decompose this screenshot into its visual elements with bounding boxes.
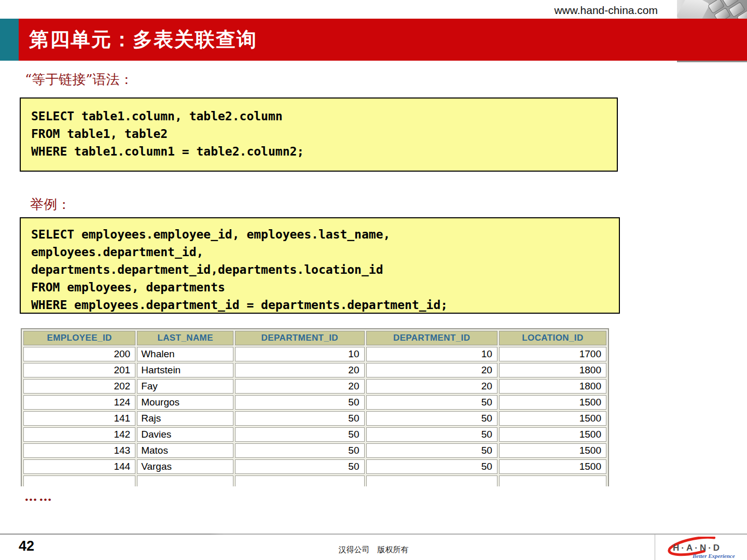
table-cell: Fay: [137, 379, 233, 394]
table-row-clipped: [23, 475, 606, 486]
table-cell: Rajs: [137, 411, 233, 426]
table-row: 144Vargas50501500: [23, 459, 606, 474]
table-cell: [137, 475, 233, 486]
table-cell: 142: [23, 427, 135, 442]
table-cell: 202: [23, 379, 135, 394]
table-cell: 1800: [499, 379, 606, 394]
table-cell: 50: [235, 395, 364, 410]
footer-divider: [0, 534, 747, 535]
table-cell: 10: [366, 347, 497, 361]
table-cell: Hartstein: [137, 363, 233, 377]
table-cell: Vargas: [137, 459, 233, 474]
query-result-table: EMPLOYEE_IDLAST_NAMEDEPARTMENT_IDDEPARTM…: [21, 328, 609, 486]
syntax-label: “等于链接”语法：: [25, 71, 133, 89]
table-cell: 10: [235, 347, 364, 361]
table-cell: 50: [235, 443, 364, 458]
result-table-body: 200Whalen10101700201Hartstein20201800202…: [23, 347, 606, 486]
photo-highlight: [677, 0, 710, 19]
table-cell: 50: [366, 459, 497, 474]
table-row: 143Matos50501500: [23, 443, 606, 458]
table-cell: 1700: [499, 347, 606, 361]
table-cell: 50: [235, 427, 364, 442]
table-cell: 50: [366, 395, 497, 410]
logo-word: H·A·N·D: [673, 543, 722, 553]
table-cell: 201: [23, 363, 135, 377]
company-url: www.hand-china.com: [554, 4, 658, 17]
table-row: 202Fay20201800: [23, 379, 606, 394]
table-cell: 50: [235, 411, 364, 426]
table-cell: [499, 475, 606, 486]
photo-shadow-strip: [677, 61, 747, 62]
table-cell: 1500: [499, 395, 606, 410]
table-cell: 50: [366, 427, 497, 442]
table-cell: 144: [23, 459, 135, 474]
table-cell: Davies: [137, 427, 233, 442]
table-row: 201Hartstein20201800: [23, 363, 606, 377]
table-cell: [235, 475, 364, 486]
table-cell: 20: [366, 379, 497, 394]
table-cell: [366, 475, 497, 486]
table-cell: 200: [23, 347, 135, 361]
result-column-header: DEPARTMENT_ID: [235, 331, 364, 345]
table-cell: Matos: [137, 443, 233, 458]
table-row: 141Rajs50501500: [23, 411, 606, 426]
table-cell: 1500: [499, 443, 606, 458]
example-code-box: SELECT employees.employee_id, employees.…: [20, 217, 620, 314]
table-cell: 124: [23, 395, 135, 410]
table-cell: 1500: [499, 459, 606, 474]
table-cell: [23, 475, 135, 486]
result-column-header: LOCATION_ID: [499, 331, 606, 345]
result-column-header: EMPLOYEE_ID: [23, 331, 135, 345]
table-row: 142Davies50501500: [23, 427, 606, 442]
result-header-row: EMPLOYEE_IDLAST_NAMEDEPARTMENT_IDDEPARTM…: [23, 331, 606, 345]
table-cell: 20: [235, 379, 364, 394]
example-label: 举例：: [30, 195, 71, 214]
logo-tagline: Better Experience: [693, 553, 735, 559]
hand-logo: H·A·N·D Better Experience: [666, 537, 743, 559]
table-cell: 50: [366, 443, 497, 458]
table-cell: Mourgos: [137, 395, 233, 410]
table-cell: 50: [366, 411, 497, 426]
example-code: SELECT employees.employee_id, employees.…: [21, 218, 619, 314]
table-cell: 1500: [499, 411, 606, 426]
table-cell: Whalen: [137, 347, 233, 361]
table-row: 124Mourgos50501500: [23, 395, 606, 410]
title-banner: 第四单元：多表关联查询: [19, 19, 747, 61]
teal-accent-block: [0, 19, 19, 61]
table-cell: 1800: [499, 363, 606, 377]
footer-separator-line: [655, 535, 655, 560]
more-rows-indicator: ……: [24, 489, 53, 504]
syntax-code-box: SELECT table1.column, table2.column FROM…: [20, 97, 618, 172]
table-cell: 50: [235, 459, 364, 474]
table-cell: 1500: [499, 427, 606, 442]
keyboard-photo: [677, 0, 747, 19]
syntax-code: SELECT table1.column, table2.column FROM…: [21, 99, 617, 160]
result-column-header: LAST_NAME: [137, 331, 233, 345]
table-row: 200Whalen10101700: [23, 347, 606, 361]
slide-title: 第四单元：多表关联查询: [29, 19, 257, 61]
table-cell: 20: [235, 363, 364, 377]
table-cell: 143: [23, 443, 135, 458]
copyright-text: 汉得公司 版权所有: [0, 545, 747, 555]
table-cell: 141: [23, 411, 135, 426]
result-column-header: DEPARTMENT_ID: [366, 331, 497, 345]
table-cell: 20: [366, 363, 497, 377]
